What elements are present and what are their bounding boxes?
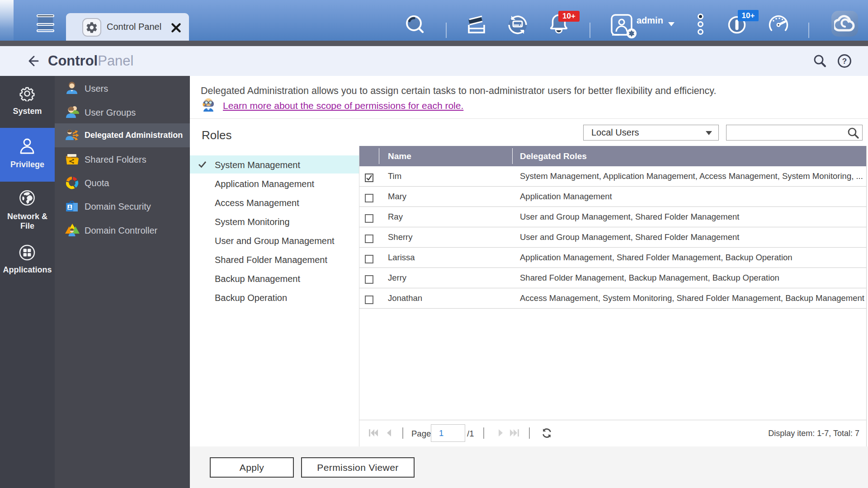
svg-text:?: ?: [842, 57, 847, 66]
